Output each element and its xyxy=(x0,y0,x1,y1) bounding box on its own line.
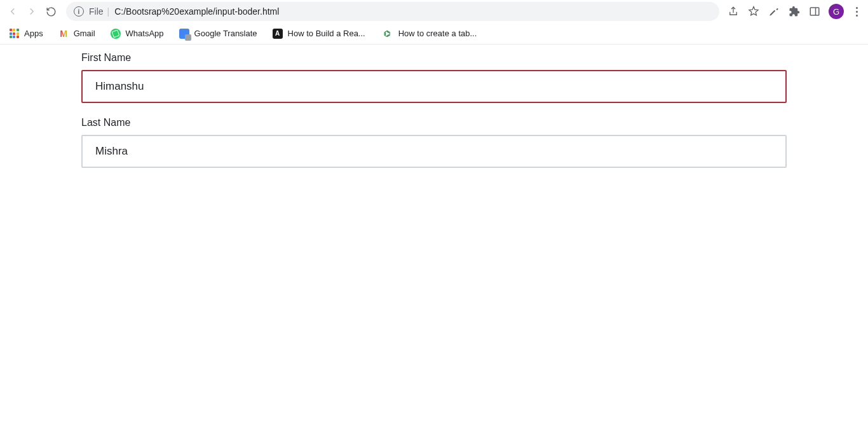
bookmark-label: Google Translate xyxy=(194,29,257,38)
apps-shortcut[interactable]: Apps xyxy=(6,26,46,41)
last-name-label: Last Name xyxy=(81,117,787,128)
bookmark-whatsapp[interactable]: WhatsApp xyxy=(108,26,166,41)
first-name-input[interactable] xyxy=(81,70,787,103)
chrome-actions: G xyxy=(724,4,864,19)
dark-square-icon: A xyxy=(273,29,283,39)
url-separator: | xyxy=(107,6,110,17)
google-translate-icon xyxy=(179,29,189,39)
bookmark-label: How to Build a Rea... xyxy=(288,29,365,38)
extensions-icon[interactable] xyxy=(788,5,801,18)
apps-label: Apps xyxy=(24,29,43,38)
url-path: C:/Bootsrap%20example/input-boder.html xyxy=(114,6,279,17)
bookmark-create-tab[interactable]: ⌬ How to create a tab... xyxy=(378,26,480,41)
bookmark-label: How to create a tab... xyxy=(398,29,477,38)
bookmark-build-react[interactable]: A How to Build a Rea... xyxy=(270,26,368,41)
svg-rect-0 xyxy=(810,8,819,15)
profile-initial: G xyxy=(833,7,839,17)
first-name-group: First Name xyxy=(81,52,787,103)
gmail-icon: M xyxy=(58,29,69,39)
page-content: First Name Last Name xyxy=(0,45,868,168)
forward-button[interactable] xyxy=(23,3,41,20)
profile-avatar[interactable]: G xyxy=(829,4,844,19)
apps-grid-icon xyxy=(9,29,19,39)
bookmarks-bar: Apps M Gmail WhatsApp Google Translate A… xyxy=(0,23,868,45)
chrome-menu-icon[interactable] xyxy=(851,4,862,19)
last-name-input[interactable] xyxy=(81,135,787,168)
browser-toolbar: i File | C:/Bootsrap%20example/input-bod… xyxy=(0,0,868,23)
share-icon[interactable] xyxy=(727,5,740,18)
bookmark-label: WhatsApp xyxy=(126,29,164,38)
site-info-icon[interactable]: i xyxy=(74,6,84,17)
reload-button[interactable] xyxy=(42,3,60,20)
back-button[interactable] xyxy=(4,3,22,20)
sidepanel-icon[interactable] xyxy=(808,5,821,18)
bookmark-gmail[interactable]: M Gmail xyxy=(56,26,98,41)
eyedropper-extension-icon[interactable] xyxy=(768,5,780,18)
gfg-icon: ⌬ xyxy=(381,29,393,39)
whatsapp-icon xyxy=(111,29,121,39)
bookmark-star-icon[interactable] xyxy=(747,5,760,18)
last-name-group: Last Name xyxy=(81,117,787,168)
first-name-label: First Name xyxy=(81,52,787,64)
address-bar[interactable]: i File | C:/Bootsrap%20example/input-bod… xyxy=(66,2,719,21)
url-scheme-label: File xyxy=(89,6,104,17)
bookmark-google-translate[interactable]: Google Translate xyxy=(177,26,260,41)
bookmark-label: Gmail xyxy=(74,29,95,38)
